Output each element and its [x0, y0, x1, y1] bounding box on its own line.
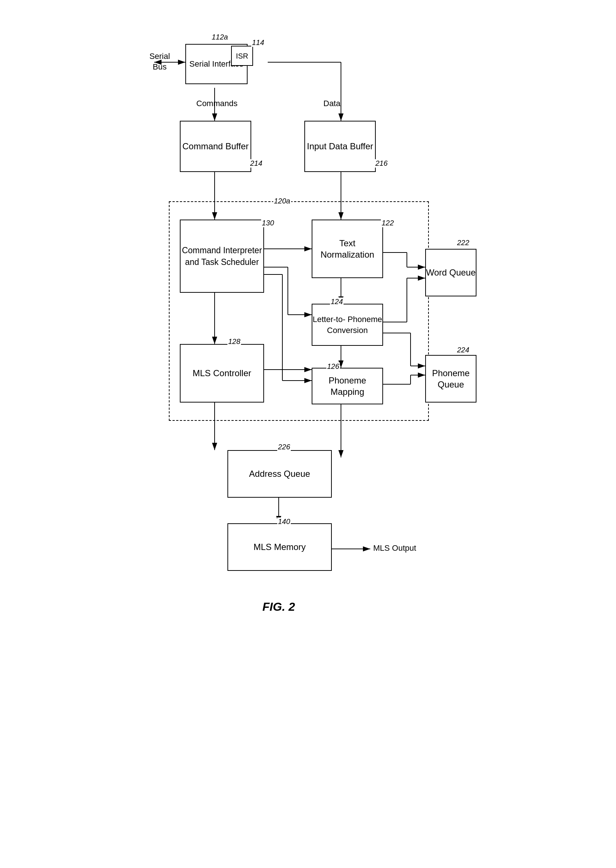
data-label: Data [324, 99, 340, 108]
ref-216: 216 [375, 159, 388, 168]
mls-memory-box: MLS Memory [228, 523, 332, 571]
ref-112a: 112a [211, 33, 229, 41]
phoneme-mapping-box: Phoneme Mapping [312, 368, 383, 404]
diagram: Serial Bus Serial Interface ISR 112a 114… [143, 15, 473, 820]
ref-114: 114 [251, 38, 265, 47]
mls-controller-box: MLS Controller [180, 344, 264, 403]
phoneme-queue-box: Phoneme Queue [425, 355, 476, 403]
letter-to-phoneme-box: Letter-to- Phoneme Conversion [312, 304, 383, 346]
commands-label: Commands [196, 99, 237, 108]
address-queue-box: Address Queue [228, 450, 332, 498]
ref-124: 124 [330, 298, 344, 306]
figure-caption: FIG. 2 [242, 600, 315, 614]
ref-128: 128 [228, 337, 241, 346]
isr-box: ISR [231, 46, 253, 66]
ref-126: 126 [326, 362, 340, 371]
ref-226: 226 [277, 443, 291, 451]
ref-120a: 120a [273, 197, 291, 205]
ref-140: 140 [277, 517, 291, 526]
text-normalization-box: Text Normalization [312, 219, 383, 278]
word-queue-box: Word Queue [425, 249, 476, 296]
ref-222: 222 [456, 238, 470, 247]
command-interpreter-box: Command Interpreter and Task Scheduler [180, 219, 264, 293]
input-data-buffer-box: Input Data Buffer [304, 121, 376, 172]
serial-bus-label: Serial Bus [143, 51, 176, 72]
ref-130: 130 [261, 219, 275, 227]
ref-214: 214 [250, 159, 263, 168]
mls-output-label: MLS Output [373, 544, 416, 553]
ref-224: 224 [456, 346, 470, 354]
command-buffer-box: Command Buffer [180, 121, 251, 172]
ref-122: 122 [381, 219, 394, 227]
